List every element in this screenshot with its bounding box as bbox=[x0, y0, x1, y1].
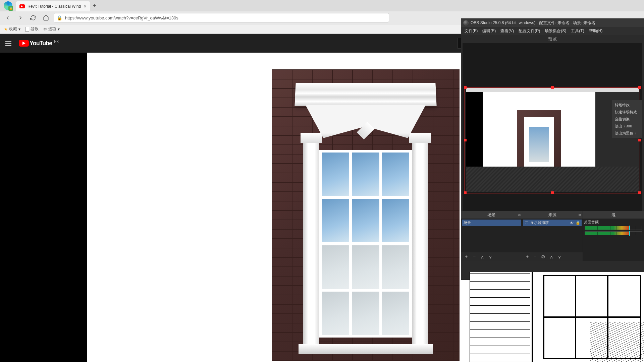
bookmark-google[interactable]: 谷歌 bbox=[25, 26, 39, 32]
move-down-button[interactable]: ∨ bbox=[556, 254, 562, 260]
address-bar[interactable]: 🔒 https://www.youtube.com/watch?v=ceRgVr… bbox=[54, 13, 389, 22]
sources-title: 来源 bbox=[548, 212, 556, 218]
new-tab-button[interactable]: + bbox=[90, 1, 99, 10]
browser-logo: 🔒 bbox=[0, 0, 16, 11]
obs-window[interactable]: OBS Studio 25.0.8 (64-bit, windows) - 配置… bbox=[461, 18, 644, 280]
lock-icon[interactable]: 🔒 bbox=[576, 221, 580, 225]
obs-preview[interactable]: 转场特效 快速转场特效 直接切换 淡出（300 淡出为黑色（ bbox=[463, 43, 642, 211]
sources-dock: 来源⧉ 🖵 显示器捕获 👁 🔒 ＋ − ⚙ ∧ ∨ bbox=[522, 211, 583, 261]
obs-logo-icon bbox=[463, 20, 469, 25]
youtube-logo-icon bbox=[19, 40, 29, 47]
gear-icon: ⚙ bbox=[43, 27, 47, 32]
menu-tools[interactable]: 工具(T) bbox=[571, 28, 584, 34]
transitions-heading: 转场特效 bbox=[612, 102, 642, 109]
lock-badge-icon: 🔒 bbox=[8, 6, 13, 11]
audio-meter bbox=[585, 231, 642, 235]
menu-view[interactable]: 查看(V) bbox=[500, 28, 514, 34]
move-down-button[interactable]: ∨ bbox=[487, 254, 493, 260]
star-icon: ★ bbox=[4, 27, 8, 32]
transition-fade[interactable]: 淡出（300 bbox=[612, 123, 642, 130]
obs-title-text: OBS Studio 25.0.8 (64-bit, windows) - 配置… bbox=[471, 20, 595, 26]
youtube-logo-text: YouTube bbox=[30, 40, 52, 47]
video-letterbox bbox=[0, 53, 87, 362]
youtube-region: HK bbox=[54, 40, 59, 44]
youtube-logo[interactable]: YouTube HK bbox=[19, 40, 59, 47]
transitions-panel: 转场特效 快速转场特效 直接切换 淡出（300 淡出为黑色（ bbox=[612, 100, 642, 138]
scenes-title: 场景 bbox=[487, 212, 495, 218]
menu-button[interactable] bbox=[5, 39, 13, 47]
settings-button[interactable]: ⚙ bbox=[540, 254, 546, 260]
rendered-window-image bbox=[272, 69, 460, 361]
mixer-title: 混 bbox=[611, 212, 615, 218]
remove-button[interactable]: − bbox=[532, 254, 538, 260]
tab-title: Revit Tutorial - Classical Wind bbox=[28, 4, 81, 9]
mixer-dock: 混 桌面音频 bbox=[583, 211, 644, 261]
menu-file[interactable]: 文件(F) bbox=[465, 28, 478, 34]
page-icon bbox=[25, 27, 29, 32]
scenes-dock: 场景⧉ 场景 ＋ − ∧ ∨ bbox=[461, 211, 522, 261]
popout-icon[interactable]: ⧉ bbox=[579, 213, 581, 217]
cad-wireframe bbox=[470, 272, 644, 362]
forward-button[interactable] bbox=[15, 13, 25, 23]
preview-label: 预览 bbox=[461, 35, 644, 43]
obs-menubar: 文件(F) 编辑(E) 查看(V) 配置文件(P) 场景集合(S) 工具(T) … bbox=[461, 27, 644, 35]
menu-help[interactable]: 帮助(H) bbox=[589, 28, 603, 34]
menu-edit[interactable]: 编辑(E) bbox=[482, 28, 496, 34]
scene-item[interactable]: 场景 bbox=[462, 220, 521, 226]
transition-cut[interactable]: 直接切换 bbox=[612, 116, 642, 123]
bookmark-favorites[interactable]: ★收藏 ▾ bbox=[4, 26, 20, 32]
move-up-button[interactable]: ∧ bbox=[479, 254, 485, 260]
tab-close-icon[interactable]: × bbox=[84, 4, 86, 9]
browser-tab[interactable]: Revit Tutorial - Classical Wind × bbox=[16, 1, 90, 11]
reload-button[interactable] bbox=[28, 13, 38, 23]
transition-quick[interactable]: 快速转场特效 bbox=[612, 109, 642, 116]
bookmark-options[interactable]: ⚙选项 ▾ bbox=[43, 26, 60, 32]
obs-titlebar[interactable]: OBS Studio 25.0.8 (64-bit, windows) - 配置… bbox=[461, 19, 644, 27]
audio-channel-label: 桌面音频 bbox=[584, 220, 643, 225]
lock-icon: 🔒 bbox=[57, 15, 62, 20]
popout-icon[interactable]: ⧉ bbox=[518, 213, 521, 217]
back-button[interactable] bbox=[3, 13, 13, 23]
obs-docks: 场景⧉ 场景 ＋ − ∧ ∨ 来源⧉ 🖵 显示器捕获 👁 🔒 bbox=[461, 211, 644, 261]
home-button[interactable] bbox=[41, 13, 51, 23]
tab-strip: 🔒 Revit Tutorial - Classical Wind × + bbox=[0, 0, 644, 11]
move-up-button[interactable]: ∧ bbox=[548, 254, 554, 260]
audio-meter bbox=[585, 226, 642, 230]
monitor-icon: 🖵 bbox=[525, 221, 528, 225]
transition-fade-black[interactable]: 淡出为黑色（ bbox=[612, 130, 642, 137]
add-button[interactable]: ＋ bbox=[463, 254, 469, 260]
menu-profile[interactable]: 配置文件(P) bbox=[519, 28, 540, 34]
source-item[interactable]: 🖵 显示器捕获 👁 🔒 bbox=[523, 220, 582, 226]
url-text: https://www.youtube.com/watch?v=ceRgVr_o… bbox=[65, 15, 178, 20]
add-button[interactable]: ＋ bbox=[524, 254, 530, 260]
remove-button[interactable]: − bbox=[471, 254, 477, 260]
youtube-favicon-icon bbox=[19, 4, 25, 8]
menu-scene-collection[interactable]: 场景集合(S) bbox=[545, 28, 566, 34]
visibility-icon[interactable]: 👁 bbox=[570, 221, 574, 225]
